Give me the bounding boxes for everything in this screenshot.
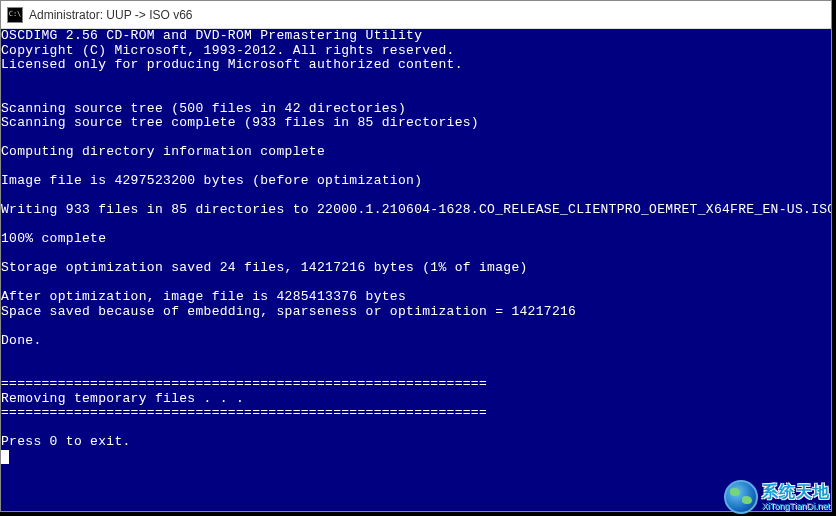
titlebar[interactable]: C:\ Administrator: UUP -> ISO v66 xyxy=(1,1,831,29)
terminal-line: Scanning source tree (500 files in 42 di… xyxy=(1,102,831,117)
cmd-icon: C:\ xyxy=(7,7,23,23)
terminal-line xyxy=(1,218,831,233)
terminal-line xyxy=(1,247,831,262)
terminal-line: Removing temporary files . . . xyxy=(1,392,831,407)
terminal-line: Scanning source tree complete (933 files… xyxy=(1,116,831,131)
terminal-line xyxy=(1,73,831,88)
window-title: Administrator: UUP -> ISO v66 xyxy=(29,8,193,22)
terminal-line: Press 0 to exit. xyxy=(1,435,831,450)
terminal-line: 100% complete xyxy=(1,232,831,247)
terminal-line xyxy=(1,160,831,175)
terminal-line: Storage optimization saved 24 files, 142… xyxy=(1,261,831,276)
terminal-line: Image file is 4297523200 bytes (before o… xyxy=(1,174,831,189)
terminal-line xyxy=(1,348,831,363)
terminal-line xyxy=(1,276,831,291)
terminal-output[interactable]: OSCDIMG 2.56 CD-ROM and DVD-ROM Premaste… xyxy=(1,29,831,511)
terminal-line xyxy=(1,319,831,334)
terminal-line: Writing 933 files in 85 directories to 2… xyxy=(1,203,831,218)
terminal-line: After optimization, image file is 428541… xyxy=(1,290,831,305)
terminal-line: Licensed only for producing Microsoft au… xyxy=(1,58,831,73)
console-window: C:\ Administrator: UUP -> ISO v66 OSCDIM… xyxy=(0,0,832,512)
terminal-line xyxy=(1,421,831,436)
terminal-line xyxy=(1,363,831,378)
terminal-line: ========================================… xyxy=(1,406,831,421)
terminal-line xyxy=(1,189,831,204)
text-cursor xyxy=(1,450,9,464)
terminal-line: Computing directory information complete xyxy=(1,145,831,160)
terminal-line: OSCDIMG 2.56 CD-ROM and DVD-ROM Premaste… xyxy=(1,29,831,44)
terminal-line: Copyright (C) Microsoft, 1993-2012. All … xyxy=(1,44,831,59)
terminal-line: ========================================… xyxy=(1,377,831,392)
terminal-line xyxy=(1,87,831,102)
terminal-line: Done. xyxy=(1,334,831,349)
cursor-line[interactable] xyxy=(1,450,831,465)
terminal-line: Space saved because of embedding, sparse… xyxy=(1,305,831,320)
terminal-line xyxy=(1,131,831,146)
